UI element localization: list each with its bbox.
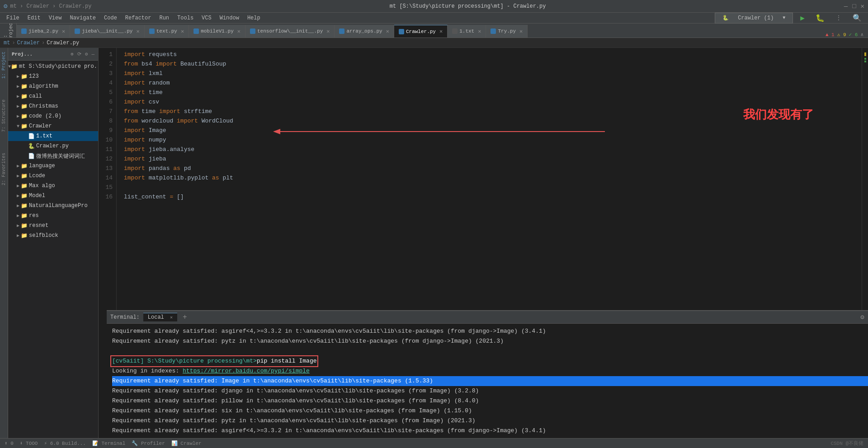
menu-window[interactable]: Window <box>216 14 243 22</box>
code-line-10: import numpy <box>124 135 862 145</box>
tree-item-weibo[interactable]: 📄 微博热搜关键词词汇 <box>8 151 98 161</box>
tab-label: jieba_2.py <box>28 28 58 34</box>
py-icon <box>399 29 404 34</box>
close-tab-icon[interactable]: ✕ <box>386 28 389 35</box>
menu-navigate[interactable]: Navigate <box>66 14 99 22</box>
close-tab-icon[interactable]: ✕ <box>519 28 523 35</box>
close-tab-icon[interactable]: ✕ <box>478 28 481 35</box>
tree-item-resnet[interactable]: ▶ 📁 resnet <box>8 221 98 231</box>
debug-button[interactable]: 🐛 <box>812 13 828 24</box>
settings-icon[interactable]: ⚙ <box>85 51 88 57</box>
terminal-icons: ⚙ — <box>860 313 868 321</box>
sync-icon[interactable]: ⟳ <box>77 51 81 57</box>
code-line-4: import random <box>124 78 862 88</box>
tree-item-123[interactable]: ▶ 📁 123 <box>8 71 98 81</box>
warning-indicator: ⚠ 9 <box>837 32 846 38</box>
tree-item-language[interactable]: ▶ 📁 language <box>8 161 98 171</box>
tab-crawler[interactable]: Crawler.py ✕ <box>394 25 448 38</box>
code-line-8: from wordcloud import WordCloud <box>124 116 862 126</box>
tab-text[interactable]: text.py ✕ <box>145 25 189 38</box>
error-indicator: ▲ 1 <box>826 32 835 38</box>
terminal-content[interactable]: Requirement already satisfied: asgiref<4… <box>107 324 868 448</box>
menu-refactor[interactable]: Refactor <box>122 14 155 22</box>
maximize-icon[interactable]: □ <box>852 3 856 10</box>
line-numbers: 1 2 3 4 5 6 7 8 9 10 11 12 13 14 15 16 <box>99 48 117 310</box>
run-button[interactable]: ▶ <box>797 13 808 24</box>
tab-jieba-init[interactable]: jieba\__init__.py ✕ <box>70 25 144 38</box>
term-line-six: Requirement already satisfied: six in t:… <box>112 406 868 416</box>
ok-indicator: ✓ 6 <box>849 32 858 38</box>
close-tab-icon[interactable]: ✕ <box>439 28 443 35</box>
tree-item-call[interactable]: ▶ 📁 call <box>8 91 98 101</box>
tab-label: 1.txt <box>459 28 474 34</box>
tab-1txt[interactable]: 1.txt ✕ <box>448 25 486 38</box>
close-tab-icon[interactable]: ✕ <box>237 28 241 35</box>
py-icon <box>491 28 496 34</box>
tree-item-christmas[interactable]: ▶ 📁 Christmas <box>8 101 98 111</box>
code-line-14: import matplotlib.pyplot as plt <box>124 173 862 183</box>
tab-mobilev1[interactable]: mobileV1.py ✕ <box>189 25 245 38</box>
tree-item-lcode[interactable]: ▶ 📁 Lcode <box>8 171 98 181</box>
close-tab-icon[interactable]: ✕ <box>326 28 330 35</box>
py-icon <box>75 28 80 34</box>
project-tree: ▼ 📁 mt S:\Study\picture pro... ▶ 📁 123 ▶… <box>8 61 98 448</box>
tab-try[interactable]: Try.py ✕ <box>486 25 528 38</box>
tab-label: tensorflow\__init__.py <box>257 28 323 34</box>
code-content[interactable]: import requests from bs4 import Beautifu… <box>117 48 862 310</box>
tree-item-algorithm[interactable]: ▶ 📁 algorithm <box>8 81 98 91</box>
tree-item-crawler[interactable]: ▼ 📁 Crawler <box>8 121 98 131</box>
run-config-selector[interactable]: 🐍 Crawler (1) ▼ <box>715 13 793 24</box>
term-line-asgiref: Requirement already satisfied: asgiref<4… <box>112 426 868 436</box>
close-tab-icon[interactable]: ✕ <box>136 28 139 35</box>
minimize-panel-icon[interactable]: — <box>91 52 94 57</box>
tree-item-1txt[interactable]: 📄 1.txt <box>8 131 98 141</box>
add-terminal-icon[interactable]: + <box>183 313 187 321</box>
code-line-11: import jieba.analyse <box>124 145 862 154</box>
tab-tensorflow[interactable]: tensorflow\__init__.py ✕ <box>245 25 335 38</box>
expand-icon[interactable]: ∧ <box>860 32 863 38</box>
menu-view[interactable]: View <box>45 14 66 22</box>
close-icon[interactable]: ✕ <box>861 2 864 10</box>
tree-item-res[interactable]: ▶ 📁 res <box>8 211 98 221</box>
more-run-button[interactable]: ⋮ <box>832 13 845 23</box>
search-button[interactable]: 🔍 <box>849 13 865 24</box>
menu-code[interactable]: Code <box>100 14 121 22</box>
add-icon[interactable]: ⊕ <box>71 51 74 57</box>
term-line-blank1 <box>112 346 868 356</box>
tree-item-selfblock[interactable]: ▶ 📁 selfblock <box>8 231 98 241</box>
dropdown-icon: ▼ <box>779 14 789 21</box>
structure-strip-label[interactable]: 7: Structure <box>1 99 6 132</box>
tree-item-nlp[interactable]: ▶ 📁 NaturalLanguagePro <box>8 201 98 211</box>
menu-vcs[interactable]: VCS <box>198 14 215 22</box>
minimize-icon[interactable]: — <box>844 3 848 10</box>
tree-item-crawlerpy[interactable]: 🐍 Crawler.py <box>8 141 98 151</box>
menu-bar: File Edit View Navigate Code Refactor Ru… <box>0 13 868 24</box>
close-tab-icon[interactable]: ✕ <box>181 28 184 35</box>
menu-run[interactable]: Run <box>156 14 173 22</box>
sidebar-tab-project[interactable]: 1: Project <box>3 24 14 38</box>
menu-edit[interactable]: Edit <box>24 14 44 22</box>
term-line-pillow: Requirement already satisfied: pillow in… <box>112 396 868 406</box>
terminal-tab-local[interactable]: Local ✕ <box>143 313 177 321</box>
tree-item-maxalgo[interactable]: ▶ 📁 Max algo <box>8 181 98 191</box>
close-tab-icon[interactable]: ✕ <box>170 315 173 320</box>
code-editor[interactable]: 我们发现有了 1 2 3 4 5 6 7 8 <box>99 48 868 310</box>
close-tab-icon[interactable]: ✕ <box>62 28 65 35</box>
tab-array-ops[interactable]: array_ops.py ✕ <box>335 25 394 38</box>
menu-file[interactable]: File <box>3 14 23 22</box>
project-strip-label[interactable]: 1: Project <box>1 52 6 79</box>
favorites-strip-label[interactable]: 2: Favorites <box>1 153 6 185</box>
tab-jieba2[interactable]: jieba_2.py ✕ <box>17 25 70 38</box>
code-line-6: import csv <box>124 97 862 107</box>
settings-icon[interactable]: ⚙ <box>860 313 864 321</box>
tree-item-model[interactable]: ▶ 📁 Model <box>8 191 98 201</box>
tree-root[interactable]: ▼ 📁 mt S:\Study\picture pro... <box>8 61 98 71</box>
status-item-2: ⬇ TOOO <box>20 440 38 446</box>
code-line-3: import lxml <box>124 69 862 78</box>
menu-help[interactable]: Help <box>244 14 264 22</box>
mirror-link[interactable]: https://mirror.baidu.com/pypi/simple <box>183 368 310 374</box>
project-header: Proj... ⊕ ⟳ ⚙ — <box>8 48 98 61</box>
tree-item-code[interactable]: ▶ 📁 code (2.0) <box>8 111 98 121</box>
left-strip: 1: Project 7: Structure 2: Favorites <box>0 48 8 448</box>
menu-tools[interactable]: Tools <box>174 14 197 22</box>
